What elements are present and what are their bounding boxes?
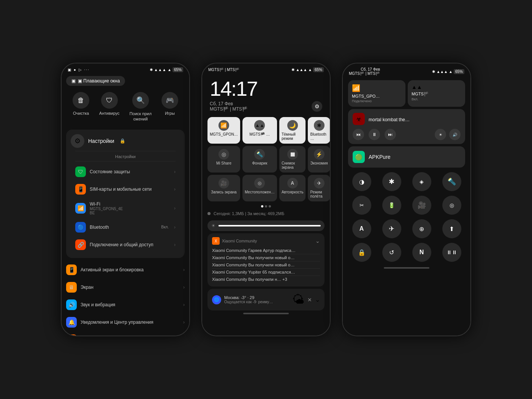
- volume-button[interactable]: 🔊: [449, 129, 461, 140]
- tile-mi-share[interactable]: ◎ Mi Share: [207, 146, 240, 173]
- tile-bluetooth[interactable]: ✱ Bluetooth …: [308, 117, 330, 144]
- wifi-cc-label: MGTS_GPO…: [352, 94, 402, 98]
- quick-action-antivirus[interactable]: 🛡 Антивирус: [99, 92, 119, 122]
- cc-button-lock[interactable]: 🔒: [352, 243, 371, 262]
- tile-dark-mode[interactable]: 🌙 Тёмный режим: [279, 117, 306, 144]
- weather-icon: 🌤: [292, 293, 304, 307]
- settings-item-display[interactable]: 🖥 Экран ›: [62, 279, 189, 296]
- cc-button-camera[interactable]: 🎥: [412, 196, 431, 215]
- brightness-control[interactable]: ☀: [207, 220, 325, 231]
- cc-button-cut[interactable]: ✂: [352, 196, 371, 215]
- cc-button-battery[interactable]: 🔋: [382, 196, 401, 215]
- next-track-button[interactable]: ⏭: [385, 129, 396, 140]
- settings-gear-button[interactable]: ⚙: [312, 101, 322, 112]
- tile-battery-saver[interactable]: ⚡ Экономия: [308, 146, 330, 173]
- tile-auto-brightness[interactable]: A Автояркость: [279, 175, 306, 201]
- settings-app-icon: ⚙: [71, 134, 84, 148]
- tile-location[interactable]: ◎ Местоположен…: [242, 175, 277, 201]
- settings-item-desktop[interactable]: 🏠 Рабочий стол ›: [62, 331, 189, 336]
- phone1-left-icons: ▣ ● ▷ ···: [68, 68, 90, 72]
- carrier-text: MGTS🏴 | MTS🏴: [210, 106, 248, 112]
- notif-header: X Xiaomi Community ⌄: [212, 237, 320, 245]
- notif-expand-icon[interactable]: ⌄: [315, 238, 320, 244]
- bluetooth-tile-icon: ✱: [314, 120, 325, 131]
- notif-item-3: Xiaomi Community Вы получили новый о…: [212, 261, 320, 269]
- phone3-status-icons: ✱ ▲▲▲ ▲ 65%: [432, 69, 464, 74]
- battery-saver-icon: ⚡: [314, 149, 325, 160]
- settings-app-card[interactable]: ⚙ Настройки 🔒 Настройки 🛡 Состояние защи…: [66, 130, 185, 258]
- control-grid-row4: 🔒 ↺ N ⏸⏸: [343, 241, 470, 264]
- settings-item-screen-lock[interactable]: 📱 Активный экран и блокировка ›: [62, 261, 189, 279]
- page-dots: [202, 204, 330, 209]
- cc-button-rotate[interactable]: ↺: [382, 243, 401, 262]
- cc-button-bluetooth[interactable]: ✱: [382, 172, 401, 191]
- screen-lock-text: Активный экран и блокировка: [81, 267, 179, 272]
- media-playback-controls: ⏮ ⏸ ⏭: [353, 129, 396, 140]
- settings-item-bluetooth[interactable]: 🔵 Bluetooth Вкл. ›: [71, 218, 180, 236]
- dot-2: [265, 205, 267, 207]
- quick-action-cleanup[interactable]: 🗑 Очистка: [73, 92, 89, 122]
- apkpure-tile[interactable]: 🟢 APKPure: [348, 146, 465, 168]
- battery-saver-label: Экономия: [310, 161, 328, 165]
- floating-icon: ▣: [71, 78, 76, 84]
- dark-mode-label: Тёмный режим: [282, 132, 304, 141]
- notifications-text: Уведомления и Центр управления: [81, 320, 179, 325]
- settings-item-sim[interactable]: 📱 SIM-карты и мобильные сети ›: [71, 180, 180, 198]
- weather-close-button[interactable]: ✕: [307, 297, 312, 303]
- cleanup-label: Очистка: [73, 111, 89, 116]
- desktop-icon: 🏠: [66, 334, 77, 336]
- settings-item-connection[interactable]: 🔗 Подключение и общий доступ ›: [71, 236, 180, 253]
- cc-button-nfc-like[interactable]: ◈: [412, 172, 431, 191]
- tile-wifi[interactable]: 📶 MGTS_GPON…: [207, 117, 240, 144]
- brightness-slider[interactable]: [218, 225, 321, 226]
- settings-item-wifi[interactable]: 📶 Wi-Fi MGTS_GPON5_4EBE ›: [71, 198, 180, 218]
- cc-button-location2[interactable]: ◎: [442, 196, 461, 215]
- cc-button-airplane2[interactable]: ✈: [382, 219, 401, 238]
- pause-button[interactable]: ⏸: [369, 129, 380, 140]
- tile-flashlight[interactable]: 🔦 Фонарик: [242, 146, 277, 173]
- quick-action-search-apps[interactable]: 🔍 Поиск приложений: [130, 92, 152, 122]
- weather-notification-card[interactable]: 🌐 Москва: -3° · 29 Ощущается как -9· реи…: [207, 289, 325, 310]
- settings-item-protection[interactable]: 🛡 Состояние защиты ›: [71, 163, 180, 180]
- connection-label: Подключение и общий доступ: [90, 242, 170, 247]
- phone1-right-icons: ✱ ▲▲▲ ▲ 65%: [150, 67, 183, 72]
- top-tiles: 📶 MGTS_GPO… Подключено ▲▲ MGTS🏴 Вкл.: [343, 78, 470, 109]
- phone3-carrier-date: Сб, 17 Фев MGTS🏴 | MTS🏴: [349, 67, 380, 76]
- wifi-label: Wi-Fi: [90, 201, 170, 207]
- bluetooth-tile-label: Bluetooth …: [310, 132, 328, 141]
- prev-track-button[interactable]: ⏮: [353, 129, 364, 140]
- cc-button-scroll-top[interactable]: ⬆: [442, 219, 461, 238]
- wifi-tile-icon: 📶: [218, 120, 229, 131]
- lock-icon: 🔒: [120, 138, 125, 144]
- cc-button-nfc[interactable]: N: [412, 243, 431, 262]
- bluetooth-label: Bluetooth: [90, 225, 157, 230]
- cc-button-flashlight2[interactable]: 🔦: [442, 172, 461, 191]
- tile-screenshot[interactable]: ⬜ Снимок экрана: [279, 146, 306, 173]
- xiaomi-notification-card[interactable]: X Xiaomi Community ⌄ Xiaomi Community Га…: [207, 233, 325, 287]
- antivirus-label: Антивирус: [99, 111, 119, 116]
- dot-1: [261, 205, 263, 207]
- wifi-connection-tile[interactable]: 📶 MGTS_GPO… Подключено: [348, 80, 405, 107]
- cc-button-accessibility[interactable]: ⊕: [412, 219, 431, 238]
- weather-expand-icon[interactable]: ⌄: [315, 296, 320, 303]
- date-text: Сб, 17 Фев: [210, 101, 248, 106]
- cc-button-invert[interactable]: ◑: [352, 172, 371, 191]
- display-label: Экран: [81, 285, 179, 290]
- weather-info: Москва: -3° · 29 Ощущается как -9· реиму…: [224, 295, 273, 304]
- carrier-connection-tile[interactable]: ▲▲ MGTS🏴 Вкл.: [408, 80, 465, 107]
- sound-label: Звук и вибрация: [81, 302, 179, 307]
- tile-airplane[interactable]: ✈ Режим полёта: [308, 175, 330, 201]
- settings-item-sound[interactable]: 🔊 Звук и вибрация ›: [62, 296, 189, 314]
- bluetooth-arrow: ›: [174, 225, 176, 230]
- settings-item-notifications[interactable]: 🔔 Уведомления и Центр управления ›: [62, 314, 189, 331]
- tile-carrier[interactable]: ▲▲ MGTS🏴 …: [242, 117, 277, 144]
- quick-action-games[interactable]: 🎮 Игры: [162, 92, 178, 122]
- tile-screen-record[interactable]: 🎥 Запись экрана: [207, 175, 240, 201]
- cc-button-dual-pause[interactable]: ⏸⏸: [442, 243, 461, 262]
- floating-windows-button[interactable]: ▣ ▣ Плавающие окна: [66, 76, 125, 86]
- media-player-tile[interactable]: ☣ mortal kombat the… ⏮ ⏸ ⏭ ☀ 🔊: [348, 109, 465, 144]
- auto-brightness-icon: A: [287, 178, 298, 188]
- quick-tiles-grid: 📶 MGTS_GPON… ▲▲ MGTS🏴 … 🌙 Тёмный режим ✱…: [202, 115, 330, 204]
- brightness-media-button[interactable]: ☀: [435, 129, 446, 140]
- cc-button-auto-brightness2[interactable]: A: [352, 219, 371, 238]
